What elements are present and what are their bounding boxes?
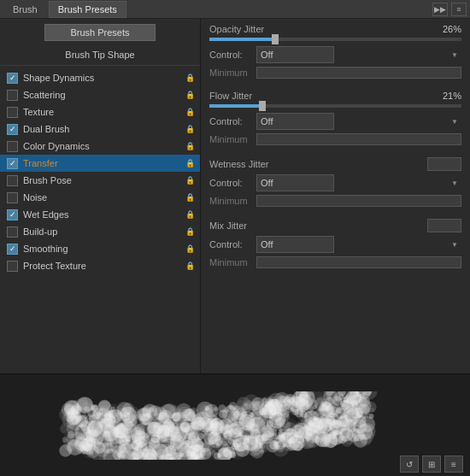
opacity-minimum-slider[interactable] [256, 67, 461, 79]
flow-jitter-slider[interactable] [209, 104, 461, 108]
flow-control-label: Control: [209, 116, 256, 126]
mix-control-select[interactable]: OffFadePen PressurePen TiltStylus WheelR… [256, 236, 334, 253]
brush-item-label: Noise [23, 192, 183, 203]
brush-item-label: Wet Edges [23, 209, 183, 220]
brush-item-label: Texture [23, 107, 183, 117]
tab-brush[interactable]: Brush [3, 1, 47, 18]
lock-icon: 🔒 [185, 261, 195, 271]
opacity-jitter-section: Opacity Jitter 26% Control: OffFadePen P… [209, 24, 461, 84]
brush-item-checkbox[interactable] [7, 244, 18, 255]
opacity-jitter-slider[interactable] [209, 38, 461, 41]
brush-item-label: Build-up [23, 226, 183, 237]
main-content: Brush Presets Brush Tip Shape Shape Dyna… [0, 19, 470, 373]
brush-list: Shape Dynamics🔒Scattering🔒Texture🔒Dual B… [0, 69, 200, 373]
brush-item[interactable]: Protect Texture🔒 [0, 257, 200, 274]
lock-icon: 🔒 [185, 90, 195, 100]
wetness-control-select[interactable]: OffFadePen PressurePen TiltStylus WheelR… [256, 174, 334, 191]
wetness-minimum-slider[interactable] [256, 195, 461, 207]
brush-item[interactable]: Smoothing🔒 [0, 240, 200, 257]
brush-item[interactable]: Brush Pose🔒 [0, 172, 200, 189]
mix-control-row: Control: OffFadePen PressurePen TiltStyl… [209, 236, 461, 253]
mix-control-label: Control: [209, 239, 256, 250]
lock-icon: 🔒 [185, 107, 195, 117]
brush-presets-button[interactable]: Brush Presets [44, 24, 156, 41]
tab-icon-forward[interactable]: ▶▶ [432, 3, 448, 16]
tab-icons: ▶▶ ≡ [432, 3, 467, 16]
wetness-value-box [427, 157, 461, 171]
brush-item[interactable]: Build-up🔒 [0, 223, 200, 240]
tab-brush-presets[interactable]: Brush Presets [49, 1, 126, 18]
left-panel: Brush Presets Brush Tip Shape Shape Dyna… [0, 19, 201, 373]
lock-icon: 🔒 [185, 175, 195, 185]
brush-item-label: Dual Brush [23, 124, 183, 134]
lock-icon: 🔒 [185, 209, 195, 220]
flow-jitter-row: Flow Jitter 21% [209, 91, 461, 101]
brush-item-checkbox[interactable] [7, 141, 18, 152]
wetness-minimum-label: Minimum [209, 196, 256, 206]
wetness-jitter-section: Wetness Jitter Control: OffFadePen Press… [209, 157, 461, 212]
brush-item-checkbox[interactable] [7, 73, 18, 84]
brush-tip-header: Brush Tip Shape [0, 48, 200, 66]
tab-icon-menu[interactable]: ≡ [451, 3, 467, 16]
brush-item[interactable]: Scattering🔒 [0, 86, 200, 103]
brush-item[interactable]: Color Dynamics🔒 [0, 138, 200, 155]
opacity-control-row: Control: OffFadePen PressurePen TiltStyl… [209, 46, 461, 63]
brush-item-checkbox[interactable] [7, 209, 18, 220]
opacity-minimum-label: Minimum [209, 68, 256, 78]
grid-button[interactable]: ⊞ [422, 455, 441, 473]
brush-item-label: Shape Dynamics [23, 73, 183, 83]
lock-icon: 🔒 [185, 124, 195, 134]
mix-jitter-label: Mix Jitter [209, 220, 247, 231]
wetness-label-row: Wetness Jitter [209, 157, 461, 171]
mix-minimum-row: Minimum [209, 256, 461, 268]
lock-icon: 🔒 [185, 158, 195, 168]
brush-preview-panel: ↺ ⊞ ≡ [0, 373, 470, 476]
opacity-minimum-row: Minimum [209, 67, 461, 79]
mix-minimum-label: Minimum [209, 257, 256, 267]
mix-label-row: Mix Jitter [209, 219, 461, 232]
brush-item[interactable]: Dual Brush🔒 [0, 120, 200, 138]
wetness-control-row: Control: OffFadePen PressurePen TiltStyl… [209, 174, 461, 191]
brush-item[interactable]: Noise🔒 [0, 189, 200, 206]
opacity-jitter-value: 26% [432, 24, 461, 34]
brush-item-label: Transfer [23, 158, 183, 168]
opacity-control-select[interactable]: OffFadePen PressurePen TiltStylus WheelR… [256, 46, 334, 63]
brush-item-checkbox[interactable] [7, 261, 18, 272]
opacity-jitter-row: Opacity Jitter 26% [209, 24, 461, 34]
flow-minimum-slider[interactable] [256, 133, 461, 145]
brush-item-checkbox[interactable] [7, 90, 18, 101]
flow-jitter-label: Flow Jitter [209, 91, 432, 101]
menu-button[interactable]: ≡ [444, 455, 463, 473]
brush-item-label: Smoothing [23, 244, 183, 254]
lock-icon: 🔒 [185, 192, 195, 203]
flow-control-wrapper: OffFadePen PressurePen TiltStylus WheelR… [256, 113, 461, 130]
brush-item[interactable]: Wet Edges🔒 [0, 206, 200, 223]
brush-preview-canvas [0, 391, 470, 460]
brush-item-checkbox[interactable] [7, 175, 18, 186]
wetness-minimum-row: Minimum [209, 195, 461, 207]
brush-item-checkbox[interactable] [7, 107, 18, 118]
brush-item-checkbox[interactable] [7, 124, 18, 135]
lock-icon: 🔒 [185, 141, 195, 151]
brush-item-label: Color Dynamics [23, 141, 183, 151]
brush-item-checkbox[interactable] [7, 192, 18, 203]
brush-item-label: Brush Pose [23, 175, 183, 185]
mix-value-box [427, 219, 461, 232]
brush-item-label: Scattering [23, 90, 183, 100]
brush-item-checkbox[interactable] [7, 158, 18, 169]
flow-control-select[interactable]: OffFadePen PressurePen TiltStylus WheelR… [256, 113, 334, 130]
brush-item[interactable]: Transfer🔒 [0, 155, 200, 172]
opacity-control-wrapper: OffFadePen PressurePen TiltStylus WheelR… [256, 46, 461, 63]
opacity-jitter-label: Opacity Jitter [209, 24, 432, 34]
wetness-jitter-label: Wetness Jitter [209, 159, 269, 169]
flow-minimum-label: Minimum [209, 134, 256, 144]
right-panel: Opacity Jitter 26% Control: OffFadePen P… [201, 19, 470, 373]
brush-item-checkbox[interactable] [7, 226, 18, 238]
flow-jitter-section: Flow Jitter 21% Control: OffFadePen Pres… [209, 91, 461, 150]
lock-icon: 🔒 [185, 244, 195, 254]
brush-item[interactable]: Shape Dynamics🔒 [0, 69, 200, 86]
reset-button[interactable]: ↺ [400, 455, 419, 473]
brush-item[interactable]: Texture🔒 [0, 103, 200, 120]
bottom-toolbar: ↺ ⊞ ≡ [400, 455, 463, 473]
mix-minimum-slider[interactable] [256, 256, 461, 268]
